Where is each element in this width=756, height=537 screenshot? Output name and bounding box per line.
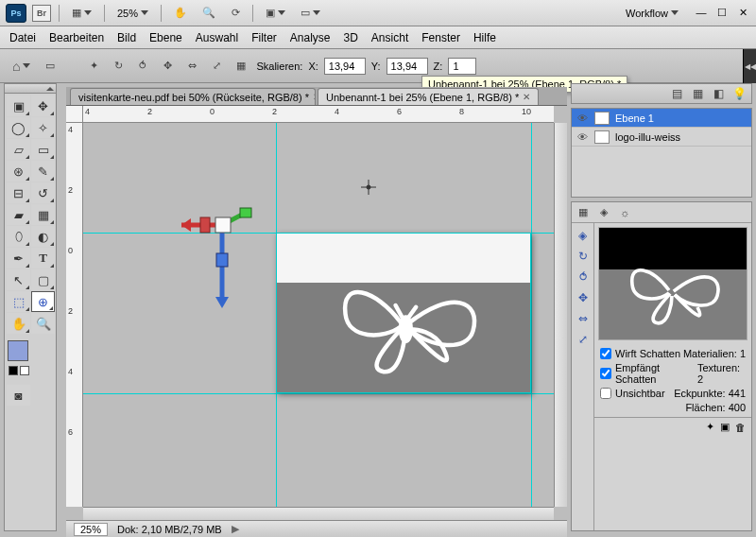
slice-tool[interactable]: ▭ [31, 139, 55, 160]
new-layer-icon[interactable]: ▣ [720, 421, 730, 433]
foreground-color-swatch[interactable] [8, 340, 28, 361]
light-panel-icon[interactable]: 💡 [730, 86, 747, 101]
menu-hilfe[interactable]: Hilfe [473, 31, 496, 44]
view-extras-button[interactable]: ▦ [67, 4, 96, 23]
3d-scale-icon[interactable]: ⤢ [207, 57, 226, 76]
3d-object-home-icon[interactable]: ✦ [84, 57, 103, 76]
path-select-tool[interactable]: ↖ [7, 269, 30, 290]
workspace-switcher[interactable]: Workflow [626, 8, 679, 19]
navigator-panel-icon[interactable]: ◧ [710, 86, 727, 101]
hand-tool[interactable]: ✋ [7, 313, 30, 334]
3d-rotate-icon[interactable]: ↻ [109, 57, 128, 76]
eraser-tool[interactable]: ▰ [7, 204, 30, 225]
type-tool[interactable]: T [31, 248, 55, 268]
zoom-level-field[interactable]: 25% [112, 4, 153, 23]
home-button[interactable]: ⌂ [8, 57, 35, 76]
x-value-field[interactable]: 13,94 [324, 58, 366, 75]
menu-bearbeiten[interactable]: Bearbeiten [49, 31, 104, 44]
render-settings-icon[interactable]: ✦ [706, 421, 714, 433]
menu-datei[interactable]: Datei [9, 31, 36, 44]
3d-mesh-tool-icon[interactable]: ◈ [575, 227, 592, 244]
brush-tool[interactable]: ✎ [31, 161, 55, 182]
z-value-field[interactable]: 1 [448, 58, 476, 75]
close-tab-icon[interactable]: ✕ [313, 92, 316, 102]
default-colors-icon[interactable] [9, 366, 18, 375]
menu-filter[interactable]: Filter [251, 31, 277, 44]
document-canvas[interactable] [276, 233, 531, 393]
3d-roll-icon[interactable]: ⥀ [133, 57, 152, 76]
document-tab-2[interactable]: Unbenannt-1 bei 25% (Ebene 1, RGB/8) *✕ [318, 88, 539, 105]
3d-scale-tool-icon[interactable]: ⤢ [575, 331, 592, 348]
menu-ansicht[interactable]: Ansicht [371, 31, 408, 44]
3d-roll-tool-icon[interactable]: ⥀ [575, 268, 592, 286]
invisible-checkbox[interactable]: Unsichtbar [600, 388, 665, 399]
menu-analyse[interactable]: Analyse [290, 31, 331, 44]
zoom-tool-icon[interactable]: 🔍 [198, 4, 220, 23]
3d-axis-gizmo[interactable] [170, 206, 274, 320]
3d-pan-icon[interactable]: ✥ [158, 57, 177, 76]
menu-auswahl[interactable]: Auswahl [196, 31, 238, 44]
menu-fenster[interactable]: Fenster [421, 31, 460, 44]
hand-tool-icon[interactable]: ✋ [169, 4, 192, 23]
crop-tool[interactable]: ▱ [7, 139, 30, 160]
spot-heal-tool[interactable]: ⊛ [7, 161, 30, 182]
blur-tool[interactable]: ⬯ [7, 226, 30, 247]
lasso-tool[interactable]: ◯ [7, 117, 30, 138]
layers-panel-icon[interactable]: ▤ [668, 86, 685, 101]
layer-visibility-icon[interactable]: 👁 [576, 130, 589, 144]
3d-preview-thumbnail[interactable] [598, 227, 747, 340]
3d-filter-mesh-icon[interactable]: ▦ [574, 203, 593, 222]
layer-visibility-icon[interactable]: 👁 [576, 112, 589, 125]
3d-filter-material-icon[interactable]: ◈ [594, 203, 613, 222]
ruler-origin[interactable] [66, 106, 83, 123]
channels-panel-icon[interactable]: ▦ [689, 86, 706, 101]
photoshop-logo-icon[interactable]: Ps [6, 4, 26, 23]
close-button[interactable]: ✕ [735, 7, 750, 19]
status-doc-info[interactable]: Dok: 2,10 MB/2,79 MB [117, 524, 222, 535]
delete-icon[interactable]: 🗑 [735, 422, 746, 433]
3d-slide-icon[interactable]: ⇔ [182, 57, 201, 76]
marquee-tool[interactable]: ▣ [7, 95, 30, 116]
dodge-tool[interactable]: ◐ [31, 226, 55, 247]
magic-wand-tool[interactable]: ✧ [31, 117, 55, 138]
minimize-button[interactable]: — [694, 7, 709, 19]
history-brush-tool[interactable]: ↺ [31, 182, 55, 203]
arrange-documents-button[interactable]: ▣ [261, 4, 290, 23]
3d-pan-tool-icon[interactable]: ✥ [575, 289, 592, 306]
3d-filter-light-icon[interactable]: ☼ [615, 203, 634, 222]
zoom-tool[interactable]: 🔍 [31, 313, 55, 334]
vertical-scrollbar[interactable] [554, 123, 567, 507]
3d-position-button[interactable]: ▦ [232, 57, 250, 76]
horizontal-ruler[interactable]: 4 2 0 2 4 6 8 10 [83, 106, 554, 123]
3d-rotate-tool-icon[interactable]: ↻ [575, 248, 592, 265]
menu-bild[interactable]: Bild [117, 31, 136, 44]
3d-orbit-tool[interactable]: ⊕ [31, 291, 55, 312]
maximize-button[interactable]: ☐ [714, 7, 730, 19]
quick-mask-toggle[interactable]: ◙ [7, 385, 30, 406]
presets-button[interactable]: ▭ [41, 57, 60, 76]
bridge-icon[interactable]: Br [32, 5, 51, 22]
gradient-tool[interactable]: ▦ [31, 204, 55, 225]
swap-colors-icon[interactable] [20, 366, 29, 375]
status-zoom-field[interactable]: 25% [74, 523, 108, 536]
cast-shadow-checkbox[interactable]: Wirft Schatten [600, 348, 680, 359]
layer-row[interactable]: 👁 Ebene 1 [572, 109, 751, 128]
y-value-field[interactable]: 13,94 [387, 58, 428, 75]
close-tab-icon[interactable]: ✕ [523, 92, 530, 102]
shape-tool[interactable]: ▢ [31, 269, 55, 290]
3d-slide-tool-icon[interactable]: ⇔ [575, 310, 592, 327]
layer-thumbnail[interactable] [594, 112, 610, 125]
layer-row[interactable]: 👁 logo-illu-weiss [572, 128, 751, 147]
horizontal-scrollbar[interactable] [83, 507, 554, 520]
move-tool[interactable]: ✥ [31, 95, 55, 116]
pen-tool[interactable]: ✒ [7, 248, 30, 268]
3d-rotate-tool[interactable]: ⬚ [7, 291, 30, 312]
rotate-view-icon[interactable]: ⟳ [226, 4, 245, 23]
clone-stamp-tool[interactable]: ⊟ [7, 182, 30, 203]
collapse-panels-button[interactable]: ◀◀ [743, 49, 756, 83]
document-tab-1[interactable]: visitenkarte-neu.pdf bei 50% (Rückseite,… [70, 88, 316, 105]
vertical-ruler[interactable]: 4 2 0 2 4 6 [66, 123, 83, 507]
menu-ebene[interactable]: Ebene [149, 31, 182, 44]
receive-shadow-checkbox[interactable]: Empfängt Schatten [600, 362, 697, 385]
layer-thumbnail[interactable] [594, 130, 610, 144]
